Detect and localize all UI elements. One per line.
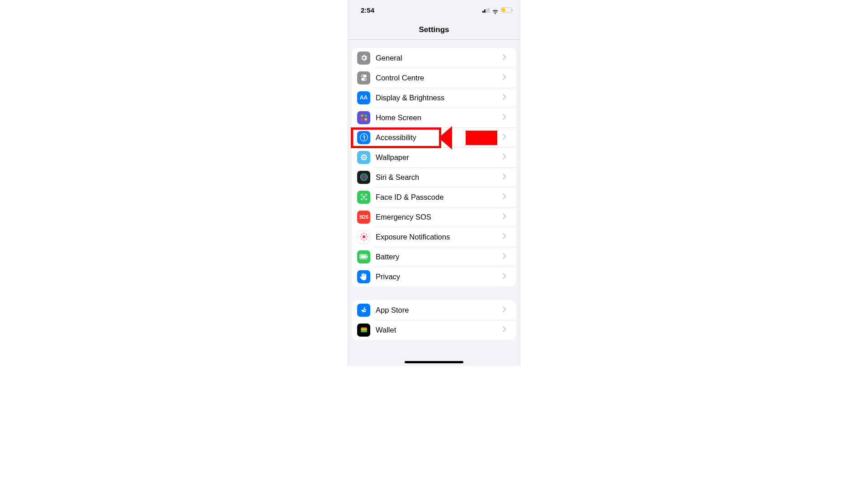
settings-row-wallpaper[interactable]: Wallpaper [352,147,516,167]
svg-rect-5 [364,114,367,117]
settings-row-control-centre[interactable]: Control Centre [352,68,516,88]
chevron-right-icon [503,272,512,281]
row-label: Display & Brightness [376,94,503,102]
svg-point-25 [363,233,364,234]
settings-group-2: App Store Wallet [352,300,516,340]
status-time: 2:54 [361,6,374,14]
appstore-icon [357,304,370,317]
battery-icon [501,7,512,13]
row-label: Emergency SOS [376,213,503,221]
svg-point-17 [361,158,363,160]
settings-row-general[interactable]: General [352,48,516,68]
settings-row-app-store[interactable]: App Store [352,300,516,320]
home-indicator[interactable] [405,361,463,363]
svg-rect-7 [364,118,367,121]
row-label: Home Screen [376,113,503,122]
svg-rect-35 [367,256,368,258]
svg-point-30 [366,234,367,235]
row-label: App Store [376,306,503,314]
row-label: Wallpaper [376,153,503,162]
chevron-right-icon [503,213,512,221]
gear-icon [357,52,370,65]
svg-rect-37 [361,329,367,330]
settings-row-exposure[interactable]: Exposure Notifications [352,227,516,247]
settings-row-display[interactable]: AA Display & Brightness [352,88,516,108]
exposure-icon [357,230,370,244]
row-label: Battery [376,253,503,261]
chevron-right-icon [503,326,512,334]
cell-signal-icon [482,8,490,13]
row-label: General [376,54,503,62]
grid-icon [357,111,370,124]
phone-frame: 2:54 Settings General [348,0,520,366]
settings-row-home-screen[interactable]: Home Screen [352,108,516,127]
siri-icon [357,171,370,184]
svg-point-11 [363,154,365,156]
row-label: Privacy [376,272,503,281]
row-label: Siri & Search [376,173,503,182]
svg-rect-4 [361,114,363,117]
svg-point-29 [361,234,362,235]
row-label: Face ID & Passcode [376,193,503,202]
svg-point-3 [364,79,366,80]
row-label: Control Centre [376,74,503,82]
stage: 2:54 Settings General [0,0,868,488]
svg-rect-34 [360,255,366,258]
svg-point-23 [364,196,365,197]
flower-icon [357,151,370,164]
svg-point-32 [366,239,367,239]
settings-row-faceid[interactable]: Face ID & Passcode [352,187,516,207]
sos-icon: SOS [357,211,370,224]
svg-point-31 [361,239,362,239]
chevron-right-icon [503,193,512,201]
wifi-icon [492,8,499,13]
chevron-right-icon [503,74,512,82]
svg-rect-6 [361,118,363,121]
svg-point-14 [365,156,367,158]
settings-row-battery[interactable]: Battery [352,247,516,267]
svg-point-12 [363,159,365,160]
svg-point-10 [363,156,365,158]
chevron-right-icon [503,306,512,314]
face-icon [357,191,370,204]
svg-point-15 [361,155,363,156]
status-bar: 2:54 [348,0,520,20]
switch-icon [357,71,370,84]
row-label: Exposure Notifications [376,233,503,241]
settings-group-1: General Control Centre AA Display & Brig… [352,48,516,286]
svg-point-2 [362,75,363,77]
chevron-right-icon [503,253,512,261]
svg-point-13 [360,156,362,158]
svg-point-27 [360,236,361,237]
settings-row-wallet[interactable]: Wallet [352,320,516,340]
settings-row-sos[interactable]: SOS Emergency SOS [352,207,516,227]
svg-point-20 [362,175,366,179]
chevron-right-icon [503,54,512,62]
svg-point-18 [364,158,366,160]
wallet-icon [357,324,370,337]
svg-point-26 [363,239,364,240]
chevron-right-icon [503,153,512,161]
svg-rect-38 [361,330,367,333]
settings-list[interactable]: General Control Centre AA Display & Brig… [348,40,520,363]
svg-point-16 [364,155,366,156]
chevron-right-icon [503,233,512,241]
annotation-arrow [452,131,497,145]
accessibility-icon [357,131,370,144]
svg-point-28 [367,236,368,237]
chevron-right-icon [503,113,512,122]
svg-point-22 [363,196,363,197]
svg-point-21 [363,176,365,178]
svg-point-24 [362,235,365,239]
status-indicators [482,7,512,13]
text-size-icon: AA [357,91,370,104]
page-title: Settings [348,20,520,40]
chevron-right-icon [503,94,512,102]
settings-row-siri[interactable]: Siri & Search [352,167,516,187]
svg-point-9 [363,135,364,136]
chevron-right-icon [503,133,512,141]
chevron-right-icon [503,173,512,181]
svg-rect-36 [361,328,367,329]
hand-icon [357,270,370,283]
settings-row-privacy[interactable]: Privacy [352,267,516,286]
